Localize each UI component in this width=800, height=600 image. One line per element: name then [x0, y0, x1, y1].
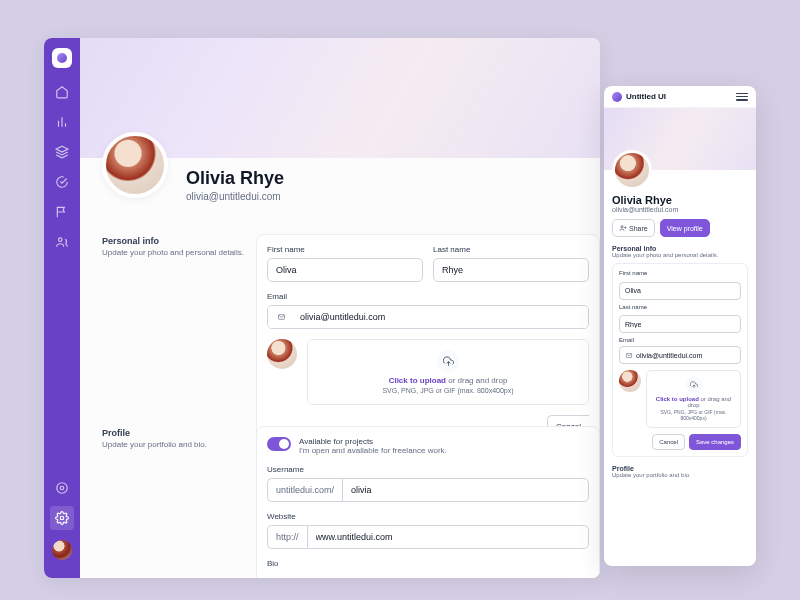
upload-hint: SVG, PNG, JPG or GIF (max. 800x400px): [318, 387, 578, 394]
mobile-avatar-thumb: [619, 370, 641, 392]
mobile-section-profile-title: Profile: [612, 465, 748, 472]
username-input[interactable]: untitledui.com/: [267, 478, 589, 502]
tasks-icon[interactable]: [54, 174, 70, 190]
mobile-upload-dropzone[interactable]: Click to upload or drag and drop SVG, PN…: [646, 370, 741, 428]
app-logo-icon[interactable]: [52, 48, 72, 68]
users-icon[interactable]: [54, 234, 70, 250]
mobile-save-button[interactable]: Save changes: [689, 434, 741, 450]
view-profile-button[interactable]: View profile: [660, 219, 710, 237]
cover-image: [80, 38, 600, 158]
mobile-label-email: Email: [619, 337, 741, 343]
mobile-profile-name: Olivia Rhye: [612, 194, 748, 206]
mobile-label-last-name: Last name: [619, 304, 741, 310]
mobile-section-personal-title: Personal info: [612, 245, 748, 252]
email-input[interactable]: [267, 305, 589, 329]
mobile-profile-email: olivia@untitledui.com: [612, 206, 748, 213]
mail-icon: [276, 313, 287, 321]
label-website: Website: [267, 512, 589, 521]
profile-name: Olivia Rhye: [186, 168, 284, 189]
profile-email: olivia@untitledui.com: [186, 191, 284, 202]
logo-icon: [612, 92, 622, 102]
hamburger-icon[interactable]: [736, 93, 748, 101]
label-bio: Bio: [267, 559, 589, 568]
label-username: Username: [267, 465, 589, 474]
sidebar: [44, 38, 80, 578]
desktop-window: Olivia Rhye olivia@untitledui.com Person…: [44, 38, 600, 578]
profile-avatar[interactable]: [102, 132, 168, 198]
mobile-section-personal-desc: Update your photo and personal details.: [612, 252, 748, 258]
mobile-section-profile-desc: Update your portfolio and bio.: [612, 472, 748, 478]
last-name-input[interactable]: [433, 258, 589, 282]
mobile-logo[interactable]: Untitled UI: [612, 92, 666, 102]
mobile-window: Untitled UI Olivia Rhye olivia@untitledu…: [604, 86, 756, 566]
mail-icon: [625, 352, 633, 359]
settings-icon[interactable]: [50, 506, 74, 530]
mobile-first-name-input[interactable]: [619, 282, 741, 300]
first-name-input[interactable]: [267, 258, 423, 282]
home-icon[interactable]: [54, 84, 70, 100]
mobile-email-input[interactable]: olivia@untitledui.com: [619, 346, 741, 364]
share-icon: [619, 224, 627, 232]
upload-link[interactable]: Click to upload: [389, 376, 446, 385]
layers-icon[interactable]: [54, 144, 70, 160]
analytics-icon[interactable]: [54, 114, 70, 130]
mobile-last-name-input[interactable]: [619, 315, 741, 333]
mobile-cover: [604, 108, 756, 170]
upload-cloud-icon: [686, 377, 702, 393]
mobile-avatar[interactable]: [612, 150, 652, 190]
upload-cloud-icon: [437, 350, 459, 372]
label-email: Email: [267, 292, 589, 301]
share-button[interactable]: Share: [612, 219, 655, 237]
label-last-name: Last name: [433, 245, 589, 254]
toggle-desc: I'm open and available for freelance wor…: [299, 446, 447, 455]
flag-icon[interactable]: [54, 204, 70, 220]
support-icon[interactable]: [54, 480, 70, 496]
svg-point-1: [57, 483, 68, 494]
available-toggle[interactable]: [267, 437, 291, 451]
website-input[interactable]: http://: [267, 525, 589, 549]
mobile-label-first-name: First name: [619, 270, 741, 276]
mobile-cancel-button[interactable]: Cancel: [652, 434, 685, 450]
label-first-name: First name: [267, 245, 423, 254]
sidebar-avatar[interactable]: [52, 540, 72, 560]
toggle-title: Available for projects: [299, 437, 447, 446]
avatar-thumbnail: [267, 339, 297, 369]
svg-point-3: [60, 516, 64, 520]
svg-point-2: [60, 486, 64, 490]
upload-dropzone[interactable]: Click to upload or drag and drop SVG, PN…: [307, 339, 589, 405]
svg-point-0: [59, 238, 63, 242]
svg-point-5: [621, 226, 623, 228]
